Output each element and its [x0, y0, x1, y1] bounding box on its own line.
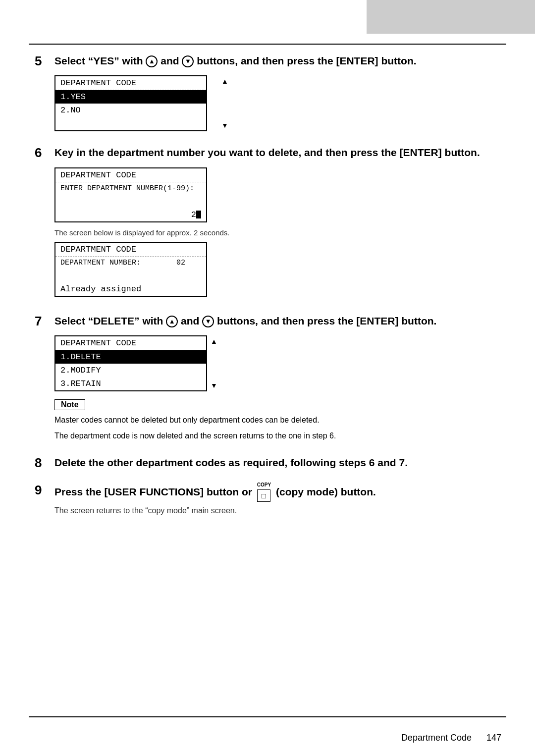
bottom-rule — [29, 716, 506, 717]
step-6-number: 6 — [35, 145, 54, 161]
note-text-7-1: Master codes cannot be deleted but only … — [54, 414, 501, 426]
step-7-lcd-wrapper: DEPARTMENT CODE 1.DELETE 2.MODIFY 3.RETA… — [54, 335, 223, 391]
top-rule — [29, 44, 506, 45]
step-5-lcd: DEPARTMENT CODE 1.YES 2.NO ▲ ▼ — [54, 75, 218, 131]
lcd-7-row1: 1.DELETE — [55, 350, 206, 364]
lcd-5-spacer — [55, 117, 206, 130]
step-9-text-pre: Press the [USER FUNCTIONS] button or — [54, 486, 255, 497]
lcd-6b-assigned: Already assigned — [55, 282, 206, 296]
step-5-title-text2: buttons, and then press the [ENTER] butt… — [197, 55, 416, 66]
lcd-6a-line2: ENTER DEPARTMENT NUMBER(1-99): — [55, 182, 206, 195]
scroll-down-icon-5: ▼ — [221, 121, 228, 129]
step-6-lcd-b: DEPARTMENT CODE DEPARTMENT NUMBER: 02 Al… — [54, 242, 207, 297]
step-6-lcd-a: DEPARTMENT CODE ENTER DEPARTMENT NUMBER(… — [54, 167, 207, 222]
lcd-6a-header: DEPARTMENT CODE — [55, 168, 206, 182]
lcd-7-row2: 2.MODIFY — [55, 364, 206, 377]
scroll-down-icon-7: ▼ — [211, 381, 217, 389]
step-8-number: 8 — [35, 455, 54, 471]
down-circle-icon: ▼ — [182, 55, 194, 67]
page-content: 5 Select “YES” with ▲ and ▼ buttons, and… — [35, 54, 501, 529]
lcd-6a-spacer — [55, 195, 206, 208]
lcd-7-header: DEPARTMENT CODE — [55, 336, 206, 350]
footer-label: Department Code — [401, 733, 472, 743]
step-7-number: 7 — [35, 314, 54, 329]
step-5-and1: and — [160, 55, 182, 66]
copy-button-box: □ — [257, 489, 270, 502]
step-7-content: Select “DELETE” with ▲ and ▼ buttons, an… — [54, 314, 501, 445]
step-6-content: Key in the department number you want to… — [54, 145, 501, 299]
lcd-7-row3: 3.RETAIN — [55, 377, 206, 390]
step-8-content: Delete the other department codes as req… — [54, 455, 501, 470]
step-7-text2: buttons, and then press the [ENTER] butt… — [217, 315, 436, 326]
step-7-and: and — [181, 315, 202, 326]
step-8: 8 Delete the other department codes as r… — [35, 455, 501, 471]
scroll-up-icon-5: ▲ — [221, 77, 228, 85]
step-6-note: The screen below is displayed for approx… — [54, 228, 501, 237]
down-circle-icon-7: ▼ — [202, 316, 214, 327]
page-footer: Department Code 147 — [35, 733, 501, 743]
step-7-text1: Select “DELETE” with — [54, 315, 166, 326]
scroll-up-icon-7: ▲ — [211, 337, 217, 345]
step-5: 5 Select “YES” with ▲ and ▼ buttons, and… — [35, 54, 501, 131]
lcd-5-border: DEPARTMENT CODE 1.YES 2.NO — [54, 75, 207, 131]
footer-page: 147 — [486, 733, 501, 743]
step-9-number: 9 — [35, 483, 54, 498]
step-7: 7 Select “DELETE” with ▲ and ▼ buttons, … — [35, 314, 501, 445]
scroll-7: ▲ ▼ — [208, 335, 220, 391]
lcd-6a-value: 2 — [55, 208, 206, 221]
lcd-6b-header: DEPARTMENT CODE — [55, 243, 206, 257]
note-box-7: Note — [54, 399, 85, 410]
note-text-7-2: The department code is now deleted and t… — [54, 430, 501, 441]
step-9-subtext: The screen returns to the “copy mode” ma… — [54, 505, 501, 516]
up-circle-icon: ▲ — [146, 55, 158, 67]
step-9: 9 Press the [USER FUNCTIONS] button or C… — [35, 483, 501, 517]
cursor-6a — [196, 211, 201, 218]
step-5-title-text1: Select “YES” with — [54, 55, 146, 66]
lcd-5-row1: 1.YES — [55, 90, 206, 104]
step-9-content: Press the [USER FUNCTIONS] button or COP… — [54, 483, 501, 517]
copy-button-wrapper: COPY □ — [257, 483, 271, 502]
page-header-block — [367, 0, 535, 34]
step-9-title: Press the [USER FUNCTIONS] button or COP… — [54, 483, 501, 502]
copy-label-small: COPY — [257, 483, 271, 487]
step-6: 6 Key in the department number you want … — [35, 145, 501, 299]
step-5-content: Select “YES” with ▲ and ▼ buttons, and t… — [54, 54, 501, 131]
lcd-6b-blank — [55, 269, 206, 282]
step-5-title: Select “YES” with ▲ and ▼ buttons, and t… — [54, 54, 501, 68]
step-9-text-post: (copy mode) button. — [276, 486, 376, 497]
step-8-title: Delete the other department codes as req… — [54, 455, 501, 470]
lcd-6b-line2: DEPARTMENT NUMBER: 02 — [55, 257, 206, 269]
step-7-lcd: DEPARTMENT CODE 1.DELETE 2.MODIFY 3.RETA… — [54, 335, 207, 391]
lcd-5-row2: 2.NO — [55, 104, 206, 117]
step-6-title: Key in the department number you want to… — [54, 145, 501, 160]
up-circle-icon-7: ▲ — [166, 316, 178, 327]
scroll-5: ▲ ▼ — [219, 75, 231, 131]
step-7-title: Select “DELETE” with ▲ and ▼ buttons, an… — [54, 314, 501, 328]
step-5-number: 5 — [35, 54, 54, 69]
lcd-5-header: DEPARTMENT CODE — [55, 76, 206, 90]
